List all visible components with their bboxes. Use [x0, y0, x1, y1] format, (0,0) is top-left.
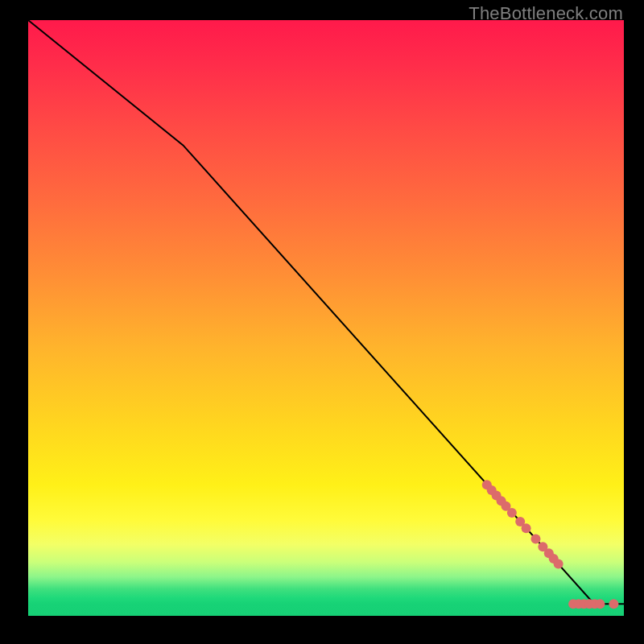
chart-svg	[28, 20, 624, 616]
marker-dot	[507, 508, 517, 518]
marker-dot	[554, 559, 564, 569]
main-curve	[28, 20, 624, 604]
plot-area	[28, 20, 624, 616]
marker-dot	[595, 599, 605, 609]
curve-layer	[28, 20, 624, 604]
markers-layer	[482, 480, 619, 609]
marker-dot	[522, 523, 531, 533]
marker-dot	[531, 535, 541, 544]
chart-frame: TheBottleneck.com	[0, 0, 644, 644]
marker-dot	[609, 599, 618, 609]
